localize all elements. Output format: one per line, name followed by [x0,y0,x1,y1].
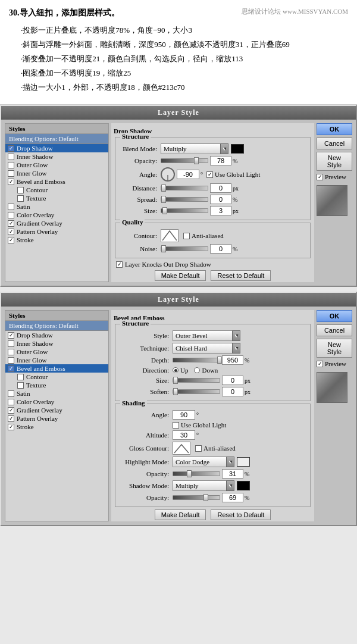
sidebar2-item-gradient-overlay[interactable]: Gradient Overlay [5,406,108,414]
global-light-check[interactable]: Use Global Light [206,171,260,178]
distance-input[interactable] [210,183,231,193]
ok-button[interactable]: OK [317,123,352,135]
sidebar2-item-satin[interactable]: Satin [5,389,108,398]
sidebar2-item-stroke[interactable]: Stroke [5,423,108,431]
sidebar2-item-inner-shadow[interactable]: Inner Shadow [5,339,108,348]
sidebar2-item-color-overlay[interactable]: Color Overlay [5,398,108,406]
noise-slider[interactable] [161,246,208,251]
opacity-input[interactable] [210,156,231,165]
cb-contour[interactable] [17,187,24,193]
cb-anti-aliased[interactable] [183,233,190,239]
highlight-mode-arrow[interactable]: ▼ [226,457,234,467]
depth-slider[interactable] [173,358,220,362]
shadow-mode-select[interactable]: Multiply [173,480,226,491]
cb2-contour[interactable] [17,374,24,380]
shadow-mode-arrow[interactable]: ▼ [226,480,234,491]
depth-input[interactable] [222,355,243,365]
sidebar2-item-texture[interactable]: Texture [5,381,108,389]
sidebar-item-contour[interactable]: Contour [5,186,108,194]
highlight-mode-select-wrapper[interactable]: Color Dodge ▼ [173,457,234,467]
cb2-satin[interactable] [8,390,14,397]
ok2-button[interactable]: OK [317,310,352,322]
radio-down[interactable]: Down [194,367,218,374]
sidebar2-item-inner-glow[interactable]: Inner Glow [5,356,108,364]
cb-drop-shadow[interactable] [8,145,14,152]
sidebar-item-bevel-emboss[interactable]: Bevel and Emboss [5,177,108,186]
anti-aliased2-check[interactable]: Anti-aliased [195,445,236,452]
sidebar2-item-pattern-overlay[interactable]: Pattern Overlay [5,414,108,423]
size2-slider[interactable] [173,378,220,383]
sidebar2-item-contour[interactable]: Contour [5,373,108,381]
radio-up[interactable]: Up [173,367,188,374]
sidebar-item-gradient-overlay[interactable]: Gradient Overlay [5,219,108,227]
cb2-inner-shadow[interactable] [8,340,14,347]
cb2-color-overlay[interactable] [8,399,14,405]
cb-stroke[interactable] [8,237,14,243]
cb-outer-glow[interactable] [8,162,14,168]
cb-layer-knocks[interactable] [116,261,123,268]
cb-gradient-overlay[interactable] [8,220,14,227]
gloss-contour-preview[interactable] [173,442,190,455]
blend-mode-color-swatch[interactable] [231,144,244,154]
cb2-pattern-overlay[interactable] [8,415,14,422]
cb2-stroke[interactable] [8,424,14,430]
cb2-anti-aliased[interactable] [195,445,202,452]
cb2-inner-glow[interactable] [8,357,14,364]
cb-color-overlay[interactable] [8,212,14,218]
highlight-color-swatch[interactable] [237,457,250,467]
sidebar-item-satin[interactable]: Satin [5,202,108,211]
highlight-opacity-slider[interactable] [173,471,220,476]
shadow-color-swatch[interactable] [237,481,250,490]
sidebar-item-texture[interactable]: Texture [5,194,108,202]
blend-mode-select[interactable]: Multiply [161,143,220,154]
sidebar2-item-outer-glow[interactable]: Outer Glow [5,348,108,356]
radio-btn-down[interactable] [194,367,200,373]
shadow-opacity-input[interactable] [222,493,243,502]
cb-global-light[interactable] [206,171,213,178]
cancel-button[interactable]: Cancel [317,137,352,149]
cb2-bevel-emboss[interactable] [8,365,14,372]
size2-input[interactable] [222,376,243,385]
spread-slider[interactable] [161,197,208,202]
cb2-drop-shadow[interactable] [8,332,14,339]
sidebar-item-pattern-overlay[interactable]: Pattern Overlay [5,227,108,236]
global-light2-check[interactable]: Use Global Light [173,421,226,429]
anti-aliased-check[interactable]: Anti-aliased [183,232,224,239]
style-select[interactable]: Outer Bevel [173,330,232,341]
cb-inner-shadow[interactable] [8,154,14,160]
opacity-slider[interactable] [161,158,208,163]
angle-dial[interactable] [161,167,175,182]
contour-preview[interactable] [161,229,178,242]
sidebar-item-drop-shadow[interactable]: Drop Shadow [5,144,108,152]
cb2-gradient-overlay[interactable] [8,407,14,414]
sidebar2-item-drop-shadow[interactable]: Drop Shadow [5,331,108,339]
preview-check[interactable]: Preview [317,173,352,180]
altitude-input[interactable] [173,430,195,440]
highlight-mode-select[interactable]: Color Dodge [173,457,226,467]
noise-input[interactable] [210,244,231,254]
highlight-opacity-input[interactable] [222,469,243,479]
cb-texture[interactable] [17,195,24,202]
reset-default2-button[interactable]: Reset to Default [211,509,271,520]
cb2-texture[interactable] [17,382,24,389]
new-style-button[interactable]: New Style [317,152,352,171]
sidebar-item-outer-glow[interactable]: Outer Glow [5,161,108,169]
style-arrow[interactable]: ▼ [232,330,240,341]
technique-select-wrapper[interactable]: Chisel Hard ▼ [173,343,240,354]
cb2-outer-glow[interactable] [8,349,14,355]
style-select-wrapper[interactable]: Outer Bevel ▼ [173,330,240,341]
cb-bevel-emboss[interactable] [8,179,14,185]
radio-btn-up[interactable] [173,367,178,373]
make-default-button[interactable]: Make Default [155,270,206,281]
shadow-mode-select-wrapper[interactable]: Multiply ▼ [173,480,234,491]
sidebar2-item-bevel-emboss[interactable]: Bevel and Emboss [5,364,108,373]
technique-select[interactable]: Chisel Hard [173,343,232,354]
cancel2-button[interactable]: Cancel [317,324,352,336]
technique-arrow[interactable]: ▼ [232,343,240,354]
cb2-preview[interactable] [317,361,323,367]
cb-preview[interactable] [317,174,323,180]
sidebar-item-stroke[interactable]: Stroke [5,236,108,244]
angle-input[interactable] [177,170,199,179]
cb-inner-glow[interactable] [8,170,14,177]
make-default2-button[interactable]: Make Default [155,509,206,520]
